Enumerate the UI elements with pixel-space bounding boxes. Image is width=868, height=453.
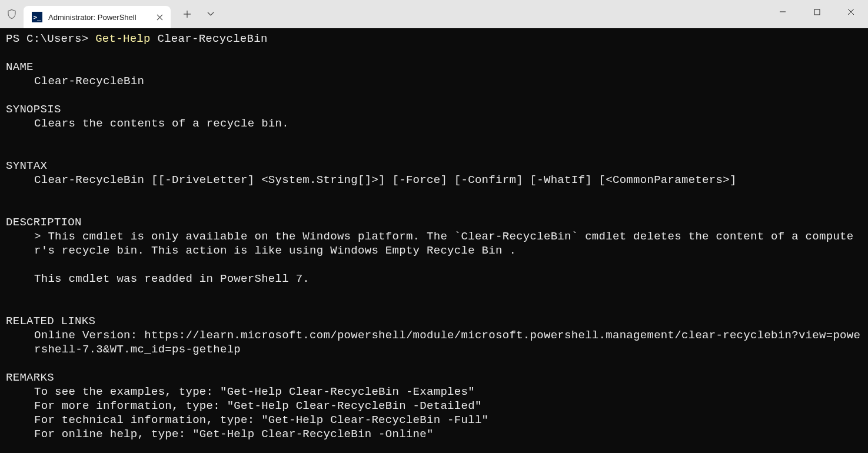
titlebar: >_ Administrator: PowerShell <box>0 0 868 28</box>
section-related-header: RELATED LINKS <box>6 315 95 328</box>
remarks-line-4: For online help, type: "Get-Help Clear-R… <box>6 427 862 441</box>
tab-dropdown-button[interactable] <box>199 3 222 25</box>
app-shield-icon <box>0 0 24 28</box>
minimize-button[interactable] <box>766 0 800 24</box>
section-synopsis-value: Clears the contents of a recycle bin. <box>6 116 862 131</box>
close-window-button[interactable] <box>834 0 868 24</box>
section-name-header: NAME <box>6 61 34 74</box>
tab-close-button[interactable] <box>154 12 165 22</box>
window-controls <box>766 0 868 24</box>
remarks-line-1: To see the examples, type: "Get-Help Cle… <box>6 385 862 399</box>
terminal-output[interactable]: PS C:\Users> Get-Help Clear-RecycleBin N… <box>0 28 868 453</box>
prompt-command: Get-Help <box>95 32 151 45</box>
section-related-value: Online Version: https://learn.microsoft.… <box>6 328 862 357</box>
svg-rect-5 <box>814 9 820 15</box>
section-syntax-header: SYNTAX <box>6 159 47 172</box>
new-tab-button[interactable] <box>175 3 199 25</box>
section-remarks-header: REMARKS <box>6 371 54 384</box>
tab-powershell[interactable]: >_ Administrator: PowerShell <box>24 6 171 28</box>
section-synopsis-header: SYNOPSIS <box>6 103 61 116</box>
prompt-prefix: PS C:\Users> <box>6 32 95 45</box>
powershell-icon: >_ <box>32 12 42 22</box>
remarks-line-2: For more information, type: "Get-Help Cl… <box>6 399 862 413</box>
titlebar-actions <box>175 0 222 28</box>
section-description-line1: > This cmdlet is only available on the W… <box>6 229 862 258</box>
remarks-line-3: For technical information, type: "Get-He… <box>6 413 862 427</box>
section-name-value: Clear-RecycleBin <box>6 74 862 88</box>
section-description-line2: This cmdlet was readded in PowerShell 7. <box>6 272 862 286</box>
prompt-argument: Clear-RecycleBin <box>151 32 268 45</box>
tab-title: Administrator: PowerShell <box>48 13 148 22</box>
section-description-header: DESCRIPTION <box>6 216 82 229</box>
section-syntax-value: Clear-RecycleBin [[-DriveLetter] <System… <box>6 173 862 187</box>
maximize-button[interactable] <box>800 0 834 24</box>
